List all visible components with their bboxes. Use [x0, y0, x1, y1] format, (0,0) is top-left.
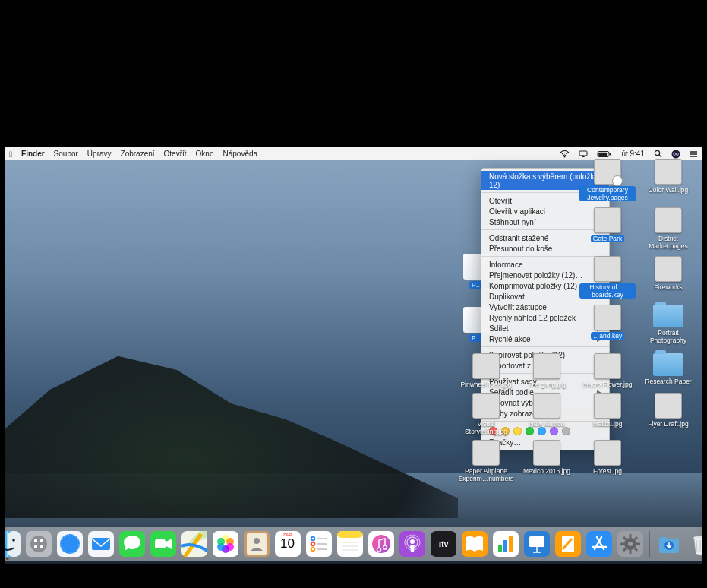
file-thumb	[472, 353, 500, 379]
apple-menu-icon[interactable]: 	[9, 150, 12, 159]
svg-rect-19	[34, 545, 37, 548]
file-thumb	[594, 353, 621, 379]
dock-calendar[interactable]: ZÁŘ10	[273, 530, 302, 558]
menu-window[interactable]: Okno	[196, 150, 214, 158]
airplay-icon[interactable]	[579, 150, 588, 158]
menu-file[interactable]: Soubor	[54, 150, 78, 158]
svg-rect-18	[40, 539, 43, 542]
dock-downloads[interactable]	[655, 530, 683, 558]
dock-photos[interactable]	[211, 530, 240, 558]
folder-icon	[653, 305, 683, 327]
menu-open[interactable]: Otevřít	[164, 150, 187, 158]
svg-line-82	[623, 537, 626, 539]
notification-center-icon[interactable]	[690, 150, 698, 158]
menubar-app-name[interactable]: Finder	[21, 150, 45, 158]
desktop-icon[interactable]: The gang.jpg	[519, 353, 575, 388]
desktop-icon[interactable]: Portrait Photography	[640, 305, 696, 349]
callout-line-left	[137, 118, 137, 148]
desktop-icon[interactable]: Gate Park	[579, 207, 636, 251]
dock: ZÁŘ10tv	[5, 527, 702, 561]
running-indicator	[6, 558, 8, 560]
file-thumb	[655, 256, 682, 282]
svg-point-55	[410, 539, 415, 544]
svg-line-84	[635, 537, 637, 539]
svg-point-14	[12, 539, 15, 542]
wallpaper-island	[5, 321, 458, 518]
menu-edit[interactable]: Úpravy	[87, 150, 112, 158]
menu-view[interactable]: Zobrazení	[121, 150, 155, 158]
svg-rect-3	[599, 152, 608, 156]
desktop-icon[interactable]: Visual Storytelling.jpg	[458, 393, 514, 435]
desktop-icon[interactable]: …and.key	[579, 305, 636, 349]
spotlight-icon[interactable]	[654, 150, 662, 158]
desktop-icon[interactable]: Paper Airplane Experim…numbers	[458, 440, 514, 484]
svg-point-39	[254, 538, 260, 544]
desktop-icon-label: Mexico 2016.jpg	[523, 467, 570, 475]
file-thumb	[594, 159, 621, 185]
dock-trash[interactable]	[686, 530, 703, 558]
dock-podcasts[interactable]	[398, 530, 427, 558]
desktop-icon[interactable]: District Market.pages	[640, 207, 696, 251]
desktop-icon[interactable]: History of …boards.key	[579, 256, 636, 300]
svg-rect-64	[509, 536, 513, 552]
dock-preferences[interactable]	[616, 530, 645, 558]
desktop-icon-label: Contemporary Jewelry.pages	[579, 186, 636, 201]
wifi-icon[interactable]	[560, 150, 570, 158]
desktop[interactable]:  Finder Soubor Úpravy Zobrazení Otevřít…	[5, 147, 702, 564]
dock-notes[interactable]	[336, 530, 365, 558]
svg-rect-66	[529, 536, 544, 547]
dock-messages[interactable]	[118, 530, 147, 558]
dock-numbers[interactable]	[491, 530, 520, 558]
file-thumb	[655, 207, 682, 233]
desktop-icon[interactable]: Fireworks	[640, 256, 696, 300]
desktop-icon[interactable]: Pinwheel Idea.jpg	[458, 353, 514, 388]
svg-line-83	[635, 548, 637, 551]
svg-rect-71	[586, 531, 612, 557]
dock-mail[interactable]	[87, 530, 115, 558]
dock-appstore[interactable]	[585, 530, 614, 558]
dock-music[interactable]	[367, 530, 396, 558]
file-thumb	[594, 207, 621, 233]
menu-help[interactable]: Nápověda	[223, 150, 257, 158]
desktop-icon[interactable]: Research Paper	[640, 353, 696, 388]
dock-books[interactable]	[460, 530, 489, 558]
desktop-icon-label: Color Wall.jpg	[649, 186, 689, 194]
desktop-icon[interactable]: Forest.jpg	[579, 440, 636, 484]
desktop-icon-label: Visual Storytelling.jpg	[458, 420, 514, 435]
desktop-icon-label: Paper Airplane Experim…numbers	[458, 467, 514, 482]
dock-keynote[interactable]	[522, 530, 551, 558]
desktop-icon-label: …and.key	[591, 332, 624, 340]
desktop-icon[interactable]: Color Wall.jpg	[640, 159, 696, 203]
dock-safari[interactable]	[55, 530, 84, 558]
desktop-icons-grid: Contemporary Jewelry.pagesColor Wall.jpg…	[453, 159, 696, 484]
desktop-icon[interactable]: Malibu.jpg	[579, 393, 636, 435]
dock-reminders[interactable]	[305, 530, 333, 558]
svg-rect-25	[92, 538, 110, 550]
dock-launchpad[interactable]	[24, 530, 53, 558]
desktop-icon[interactable]: Mexico 2016.jpg	[519, 440, 575, 484]
dock-finder[interactable]	[5, 530, 22, 558]
siri-icon[interactable]	[671, 150, 680, 159]
dock-maps[interactable]	[180, 530, 209, 558]
desktop-icon-label: Malibu.jpg	[593, 420, 623, 428]
file-thumb	[594, 305, 621, 330]
dock-facetime[interactable]	[149, 530, 178, 558]
svg-point-5	[655, 150, 659, 155]
svg-rect-17	[34, 539, 37, 542]
desktop-icon-label: Research Paper	[645, 378, 691, 385]
desktop-icon[interactable]: Flyer Draft.jpg	[640, 393, 696, 435]
file-thumb	[533, 440, 560, 466]
dock-pages[interactable]	[554, 530, 582, 558]
dock-appletv[interactable]: tv	[429, 530, 458, 558]
menubar-clock[interactable]: út 9:41	[621, 150, 645, 158]
desktop-icon[interactable]: New Mexico	[519, 393, 575, 435]
file-thumb	[472, 393, 500, 419]
file-thumb	[533, 353, 560, 379]
svg-rect-63	[503, 540, 507, 552]
battery-icon[interactable]	[597, 150, 612, 158]
desktop-icon[interactable]: Macro Flower.jpg	[579, 353, 636, 388]
desktop-icon[interactable]: Contemporary Jewelry.pages	[579, 159, 636, 203]
file-thumb	[594, 393, 621, 419]
dock-contacts[interactable]	[242, 530, 271, 558]
desktop-icon-label: Macro Flower.jpg	[583, 381, 633, 388]
